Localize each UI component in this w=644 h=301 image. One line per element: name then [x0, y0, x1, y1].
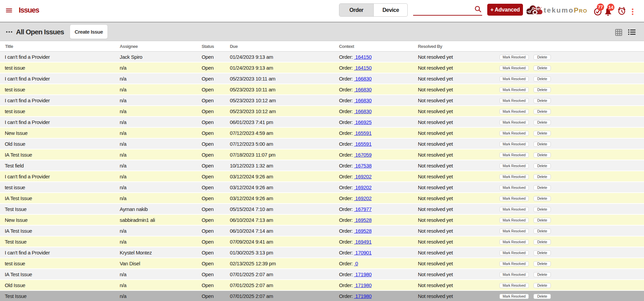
svg-text:77: 77 [598, 4, 603, 10]
svg-text:14: 14 [608, 5, 613, 10]
